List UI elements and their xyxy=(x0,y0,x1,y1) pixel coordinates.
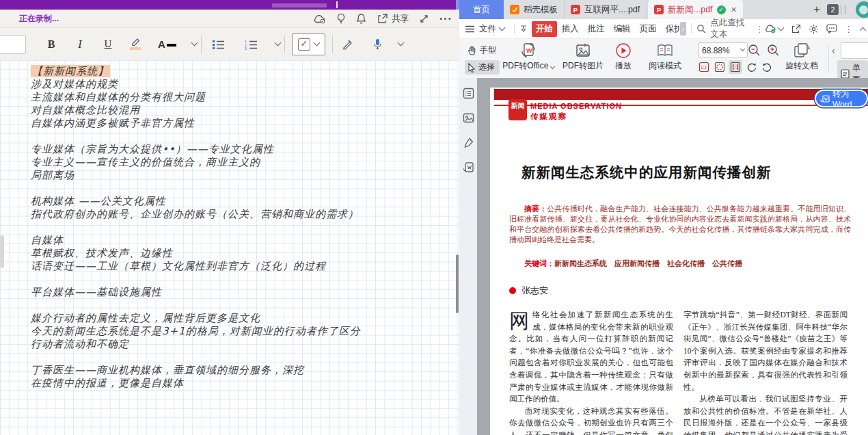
dropcap: 网 xyxy=(509,311,529,332)
note-line: 自媒体 xyxy=(31,234,451,247)
rotate-doc-button[interactable]: 旋转文档 xyxy=(781,41,823,72)
main-menu-icon[interactable] xyxy=(465,25,475,33)
user-avatar[interactable] xyxy=(856,1,868,18)
word-convert-icon xyxy=(820,94,830,103)
fit-page-button[interactable] xyxy=(713,60,727,74)
search-icon[interactable] xyxy=(696,24,706,34)
sign-stamp-icon[interactable] xyxy=(462,136,474,148)
export-word-icon[interactable] xyxy=(462,161,474,173)
pin-ribbon-icon[interactable] xyxy=(519,25,528,33)
article-keywords: 关键词：新新闻生态系统 应用新闻传播 社会化传播 公共传播 xyxy=(509,259,851,269)
expand-icon[interactable] xyxy=(419,14,429,24)
note-content[interactable]: 【新新闻系统】 涉及对媒体的规类 主流媒体和自媒体的分类有很大问题 对自媒体概念… xyxy=(31,65,451,390)
bullet-list-button[interactable] xyxy=(208,34,229,55)
read-mode-button[interactable]: 阅读模式 xyxy=(642,41,688,72)
microphone-button[interactable] xyxy=(367,34,388,55)
menu-tab-insert[interactable]: 插入 xyxy=(558,21,583,37)
more-options-icon[interactable] xyxy=(439,17,451,21)
tab-docer[interactable]: 稻壳模板 xyxy=(504,0,565,19)
rotate-cw-icon[interactable] xyxy=(744,60,758,74)
note-line: 专业媒体（宗旨为大众提供••）——专业文化属性 xyxy=(31,143,451,156)
format-painter-button[interactable] xyxy=(337,34,357,55)
list-chevron-icon[interactable] xyxy=(275,40,282,47)
font-chevron-icon[interactable] xyxy=(191,40,198,47)
style-box[interactable] xyxy=(0,35,26,54)
search-placeholder[interactable]: 点此查找文本 xyxy=(710,17,751,40)
tab-home[interactable]: 首页 xyxy=(459,0,504,19)
share-icon[interactable]: 共享 xyxy=(377,13,409,25)
pdf-document-area[interactable]: 新闻 MEDIA OBSERVATION 传媒观察 新新闻生态系统中的应用新闻传… xyxy=(477,78,868,435)
note-line xyxy=(31,273,451,286)
menu-tab-annotate[interactable]: 批注 xyxy=(584,21,609,37)
highlighter-button[interactable] xyxy=(125,34,146,55)
zoom-in-icon[interactable] xyxy=(767,44,780,57)
menu-scroll-arrow[interactable]: › xyxy=(680,22,687,36)
pdf-menubar: 文件 开始 插入 批注 编辑 页面 保护 › 点此查找文本 ⋮ ⋮ xyxy=(459,19,868,39)
note-titlebar[interactable] xyxy=(0,0,459,10)
menu-tab-page[interactable]: 页面 xyxy=(636,21,661,37)
note-line: 在疫情中的报道，更像是自媒体 xyxy=(31,377,451,390)
menu-tab-edit[interactable]: 编辑 xyxy=(610,21,635,37)
underline-button[interactable]: U xyxy=(98,34,118,55)
cloud-sync-icon[interactable] xyxy=(313,14,326,24)
menu-tab-protect[interactable]: 保护 xyxy=(662,21,679,37)
outline-panel-icon[interactable] xyxy=(462,87,474,99)
convert-to-word-button[interactable]: 转为Word xyxy=(815,90,868,107)
more-vert-icon[interactable]: ⋮ xyxy=(845,24,854,34)
bell-icon[interactable] xyxy=(356,13,366,25)
note-scrollbar-vertical[interactable] xyxy=(456,254,459,313)
author-bullet-icon xyxy=(509,287,516,294)
italic-button[interactable]: I xyxy=(70,34,90,55)
pdf-tabbar: 首页 稻壳模板 P 互联网平....pdf P 新新闻...pdf ✓ × + … xyxy=(459,0,868,19)
image-panel-icon[interactable] xyxy=(462,111,474,124)
dictate-chevron-icon[interactable] xyxy=(398,40,405,47)
window-count-badge[interactable]: 2 xyxy=(827,4,839,15)
cloud-status-icon[interactable] xyxy=(764,24,783,34)
font-color-button[interactable]: A xyxy=(158,34,178,55)
fit-width-button[interactable] xyxy=(729,60,742,74)
note-canvas[interactable]: 【新新闻系统】 涉及对媒体的规类 主流媒体和自媒体的分类有很大问题 对自媒体概念… xyxy=(0,60,459,435)
hand-tool-button[interactable]: 手型 xyxy=(465,43,501,57)
settings-gear-icon[interactable] xyxy=(809,24,819,34)
note-heading-highlight: 【新新闻系统】 xyxy=(31,65,110,77)
play-icon xyxy=(608,41,638,60)
pdf-to-office-button[interactable]: W PDF转Office xyxy=(502,41,555,72)
note-scrollbar-left[interactable] xyxy=(0,235,4,268)
share-doc-icon[interactable] xyxy=(791,24,801,34)
recording-status: 正在录制... xyxy=(19,13,59,25)
collapse-ribbon-icon[interactable] xyxy=(860,27,867,34)
menu-tab-start[interactable]: 开始 xyxy=(532,21,557,37)
page-number-input[interactable] xyxy=(841,42,868,59)
prev-page-icon[interactable]: ‹ xyxy=(832,45,835,56)
select-tool-button[interactable]: 选择 xyxy=(465,60,500,75)
note-app-window: 正在录制... 共享 B I U xyxy=(0,0,459,435)
zoom-out-icon[interactable] xyxy=(748,44,761,57)
feedback-icon[interactable] xyxy=(826,24,837,34)
tab-pdf-1[interactable]: P 互联网平....pdf xyxy=(565,0,647,19)
todo-tag-dropdown[interactable]: ✓ xyxy=(292,34,325,55)
note-line: 对自媒体概念比较混用 xyxy=(31,104,451,117)
journal-stamp-logo: 新闻 xyxy=(508,99,527,120)
pdf-page[interactable]: 新闻 MEDIA OBSERVATION 传媒观察 新新闻生态系统中的应用新闻传… xyxy=(490,88,868,435)
play-button[interactable]: 播放 xyxy=(608,41,638,72)
numbered-list-button[interactable]: 123 xyxy=(241,34,262,55)
bold-button[interactable]: B xyxy=(41,34,62,55)
search-more-icon[interactable]: ⋮ xyxy=(755,24,764,34)
close-tab-icon[interactable]: × xyxy=(731,4,737,15)
article-author: 张志安 xyxy=(509,285,548,297)
note-line xyxy=(31,351,451,364)
file-menu[interactable]: 文件 xyxy=(475,21,508,37)
note-line: 局部离场 xyxy=(31,169,451,182)
tab-pdf-active[interactable]: P 新新闻...pdf ✓ × xyxy=(648,0,742,19)
zoom-level-input[interactable]: 68.88% xyxy=(699,42,748,58)
note-line: 主流媒体和自媒体的分类有很大问题 xyxy=(31,91,451,104)
actual-size-button[interactable]: 1:1 xyxy=(697,60,711,74)
rotate-ccw-icon[interactable] xyxy=(760,60,774,74)
new-tab-button[interactable]: + xyxy=(809,2,824,17)
pdf-to-image-button[interactable]: PDF转图片 xyxy=(556,41,610,72)
svg-text:1:1: 1:1 xyxy=(701,65,707,70)
note-line: 专业主义——宣传主义的价值统合，商业主义的 xyxy=(31,156,451,169)
tab-grip xyxy=(841,5,845,14)
lightbulb-icon[interactable] xyxy=(336,13,346,25)
journal-brand-cn: 传媒观察 xyxy=(530,111,567,122)
